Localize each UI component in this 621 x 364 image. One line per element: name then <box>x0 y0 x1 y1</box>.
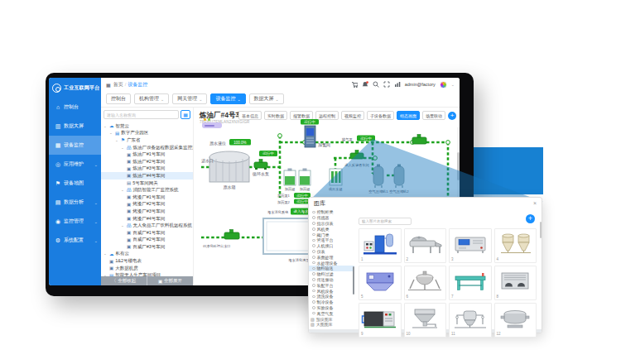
tree-node-3[interactable]: ⌄⚑广东省 <box>101 136 193 144</box>
canvas-help-button[interactable]: + <box>448 112 456 120</box>
gallery-category-13[interactable]: 传送振动 <box>309 277 354 283</box>
radio-icon <box>312 267 315 271</box>
gallery-category-11[interactable]: 物料输送 <box>309 266 354 271</box>
gallery-category-12[interactable]: 物料过滤 <box>309 271 354 277</box>
gallery-search-input[interactable] <box>359 218 412 225</box>
cart-icon[interactable] <box>351 81 358 88</box>
sidebar-item-3[interactable]: ▦设备监控 <box>49 136 101 155</box>
gallery-item-6[interactable]: 6 <box>404 266 447 300</box>
gallery-category-14[interactable]: 装配平台 <box>309 282 354 288</box>
sidebar-item-label: 设备监控 <box>64 141 84 149</box>
tree-node-1[interactable]: ⌄☁智慧云 <box>101 122 193 130</box>
dosing-tank-1[interactable] <box>284 169 296 186</box>
gallery-category-7[interactable]: 人机接口 <box>309 243 354 249</box>
gallery-link-1[interactable]: ▧预设图库 <box>309 316 354 322</box>
gallery-category-16[interactable]: 清洗设备 <box>309 294 354 299</box>
raw-water-tank[interactable] <box>209 151 249 182</box>
gallery-item-3[interactable]: 3 <box>449 228 492 263</box>
bell-icon[interactable] <box>362 81 368 88</box>
sidebar-item-5[interactable]: ⚑设备地图 <box>49 174 101 193</box>
nav-tab-4[interactable]: 设备监控⌄ <box>210 93 245 104</box>
gallery-category-10[interactable]: 水处理设备 <box>309 260 354 266</box>
gallery-category-label: 制冷设备 <box>317 299 334 304</box>
tree-node-17[interactable]: ▣百威厂#2号车间 <box>101 237 193 244</box>
gallery-item-1[interactable]: 1 <box>359 228 402 263</box>
search-icon[interactable] <box>373 81 379 88</box>
add-image-button[interactable]: + <box>526 214 535 223</box>
brand-logo-text: 工业互联网平台 <box>64 84 99 92</box>
user-avatar[interactable] <box>440 81 447 89</box>
gallery-item-2[interactable]: 2 <box>404 228 447 263</box>
circulation-pump[interactable] <box>254 160 267 170</box>
collapse-all-button[interactable]: 〈全部收起 <box>101 276 147 285</box>
tree-search-input[interactable] <box>104 110 179 119</box>
gallery-category-9[interactable]: 表面处理 <box>309 254 354 260</box>
radio-icon <box>312 290 315 293</box>
gallery-item-5[interactable]: 5 <box>359 266 402 300</box>
gallery-category-3[interactable]: 指示仪表 <box>309 221 354 227</box>
tree-node-13[interactable]: ▣烤漆厂#3号车间 <box>101 208 193 215</box>
tree-node-5[interactable]: ▣炼油厂#1号车间 <box>101 151 193 158</box>
tree-node-6[interactable]: ▣炼油厂#2号车间 <box>101 158 193 165</box>
tree-node-15[interactable]: ⌄品无人食品工厂饮料机远程系统 <box>101 222 193 229</box>
gallery-category-17[interactable]: 制冷设备 <box>309 299 354 305</box>
gallery-item-4[interactable]: 4 <box>494 228 537 263</box>
tree-node-14[interactable]: ▣烤漆厂#4号车间 <box>101 215 193 223</box>
gas-pump[interactable] <box>412 135 426 145</box>
gallery-item-7[interactable]: 7 <box>449 266 492 300</box>
nav-tab-label: 控制台 <box>111 95 126 103</box>
outlet-pump[interactable] <box>224 230 239 240</box>
gallery-link-2[interactable]: ▧大图图库 <box>309 322 354 328</box>
tree-node-21[interactable]: ▣大数据机房 <box>101 265 193 272</box>
gallery-item-8[interactable]: 8 <box>494 266 537 300</box>
dosing-tank-2[interactable] <box>299 169 310 186</box>
nav-tab-3[interactable]: 网关管理⌄ <box>172 93 207 104</box>
sidebar-item-2[interactable]: ▥数据大屏 <box>49 117 101 136</box>
tree-node-label: 炼油厂#4号车间 <box>132 173 165 179</box>
nav-tab-2[interactable]: 机构管理⌄ <box>134 93 169 104</box>
sidebar-item-1[interactable]: ⌂控制台 <box>49 98 101 117</box>
breadcrumb-home[interactable]: 首页 <box>113 81 123 89</box>
chlorination-unit[interactable] <box>305 126 315 147</box>
nav-tab-1[interactable]: 控制台 <box>106 93 131 104</box>
gallery-category-4[interactable]: 风机类 <box>309 226 354 232</box>
tree-node-4[interactable]: ⌄品炼油厂设备远程数据采集监控系统 <box>101 144 193 151</box>
gallery-category-19[interactable]: 真空气泵 <box>309 310 354 316</box>
gallery-category-1[interactable]: 控制柜类 <box>309 209 354 215</box>
gallery-category-2[interactable]: 传感器 <box>309 215 354 221</box>
user-menu-caret-icon[interactable]: ⌄ <box>451 82 455 87</box>
gallery-category-6[interactable]: 管道平台 <box>309 237 354 243</box>
gallery-item-12[interactable]: 12 <box>494 303 537 338</box>
gallery-item-11[interactable]: 11 <box>449 303 492 338</box>
tree-node-2[interactable]: ⌄▤数字产业园区 <box>101 130 193 137</box>
gallery-item-number: 1 <box>361 257 363 261</box>
tree-node-7[interactable]: ▣炼油厂#3号车间 <box>101 165 193 173</box>
tree-node-18[interactable]: ▣百威厂#3号车间 <box>101 243 193 251</box>
stats-icon[interactable] <box>394 81 401 88</box>
sidebar-item-7[interactable]: ◉监控管理⌄ <box>49 212 101 231</box>
gallery-category-18[interactable]: 实验设备 <box>309 305 354 311</box>
fullscreen-icon[interactable] <box>383 81 390 88</box>
gallery-category-15[interactable]: 风机设备 <box>309 288 354 294</box>
tree-view-toggle-button[interactable]: ▦ <box>181 110 190 119</box>
sidebar-item-6[interactable]: ▤数据分析⌄ <box>49 193 101 212</box>
gallery-item-number: 9 <box>361 332 363 336</box>
tree-node-8[interactable]: ▣炼油厂#4号车间 <box>101 172 193 180</box>
sidebar-item-8[interactable]: ⚙系统配置⌄ <box>49 231 101 250</box>
tree-node-10[interactable]: ⌄品消防智能工厂监控系统 <box>101 186 193 194</box>
gallery-grid-scrollbar[interactable] <box>540 222 542 238</box>
gallery-item-10[interactable]: 10 <box>404 303 447 338</box>
tree-node-20[interactable]: ▣1&2号楼电表 <box>101 257 193 265</box>
expand-all-button[interactable]: ▣全部展开 <box>147 276 193 285</box>
tree-node-19[interactable]: ⌄☁私有云 <box>101 251 193 258</box>
tree-node-9[interactable]: ▤5号车间网关 <box>101 180 193 187</box>
close-icon[interactable]: × <box>533 200 537 206</box>
tree-node-16[interactable]: ▣百威厂#1号车间 <box>101 229 193 237</box>
gallery-item-9[interactable]: 9 <box>359 303 402 338</box>
gallery-category-5[interactable]: 阀门类 <box>309 232 354 237</box>
tree-node-12[interactable]: ▣烤漆厂#2号车间 <box>101 201 193 208</box>
tree-node-11[interactable]: ▣烤漆厂#1号车间 <box>101 194 193 201</box>
gallery-category-8[interactable]: 仪表 <box>309 249 354 255</box>
nav-tab-5[interactable]: 数据大屏⌄ <box>249 93 284 104</box>
sidebar-item-4[interactable]: ◎应用维护⌄ <box>49 155 101 174</box>
